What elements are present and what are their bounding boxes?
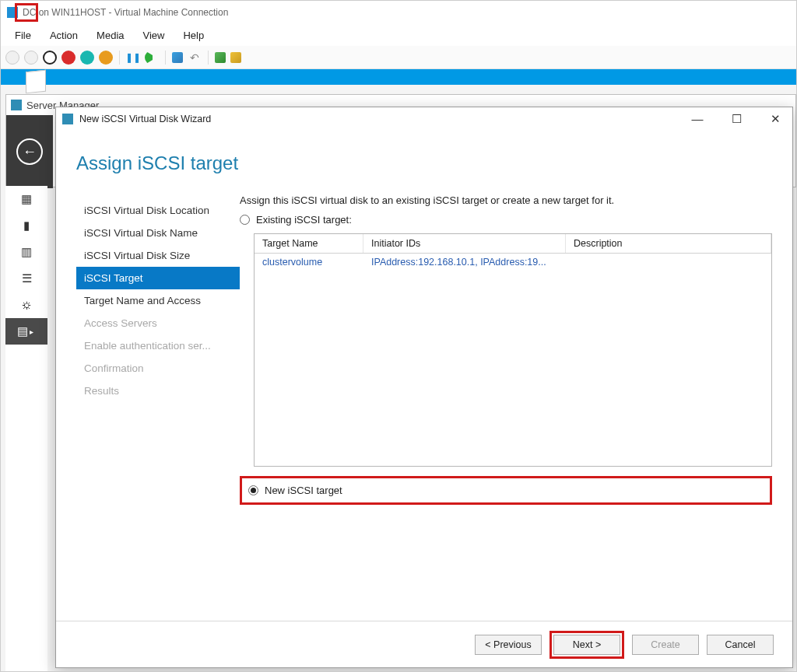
step-results: Results (76, 380, 240, 402)
existing-target-radio[interactable] (240, 215, 250, 225)
vm-title-text: DC on WIN11HOST - Virtual Machine Connec… (23, 7, 228, 18)
nav-all-servers-icon[interactable]: ▥ (5, 239, 47, 265)
next-button[interactable]: Next > (553, 635, 620, 655)
wizard-icon (62, 114, 73, 124)
shutdown-icon[interactable] (99, 51, 113, 65)
wizard-footer: < Previous Next > Create Cancel (56, 621, 792, 667)
step-target-name[interactable]: Target Name and Access (76, 289, 240, 312)
menu-help[interactable]: Help (175, 26, 212, 44)
menu-view[interactable]: View (135, 26, 173, 44)
cell-initiator-ids: IPAddress:192.168.10.1, IPAddress:19... (363, 254, 566, 271)
existing-target-radio-row[interactable]: Existing iSCSI target: (240, 214, 772, 226)
stop-icon[interactable] (43, 51, 57, 65)
existing-target-label: Existing iSCSI target: (256, 214, 352, 226)
cell-target-name: clustervolume (255, 254, 363, 271)
create-button: Create (632, 635, 699, 655)
table-row[interactable]: clustervolume IPAddress:192.168.10.1, IP… (255, 254, 771, 271)
wizard-heading: Assign iSCSI target (56, 131, 792, 194)
menu-file[interactable]: File (7, 26, 39, 44)
col-description[interactable]: Description (566, 234, 771, 253)
turnoff-icon[interactable] (61, 51, 75, 65)
step-access-servers: Access Servers (76, 312, 240, 334)
vm-titlebar: DC on WIN11HOST - Virtual Machine Connec… (1, 1, 796, 24)
existing-targets-grid[interactable]: Target Name Initiator IDs Description cl… (254, 233, 772, 467)
col-initiator-ids[interactable]: Initiator IDs (363, 234, 566, 253)
guest-document-icon (26, 70, 46, 94)
step-target[interactable]: iSCSI Target (76, 267, 240, 289)
wizard-intro-text: Assign this iSCSI virtual disk to an exi… (240, 194, 772, 206)
guest-desktop-bluebar (1, 69, 796, 85)
nav-local-server-icon[interactable]: ▮ (5, 212, 47, 239)
minimize-button[interactable]: — (686, 112, 708, 126)
ctrl-alt-del-icon[interactable] (5, 51, 19, 65)
wizard-title-text: New iSCSI Virtual Disk Wizard (79, 114, 211, 124)
new-target-radio[interactable] (248, 485, 258, 495)
pause-icon[interactable]: ❚❚ (126, 51, 140, 65)
col-target-name[interactable]: Target Name (255, 234, 363, 253)
server-manager-back[interactable]: ← (6, 115, 53, 188)
menu-action[interactable]: Action (42, 26, 86, 44)
reset-icon[interactable] (145, 51, 159, 65)
nav-iscsi-icon[interactable]: ▤▸ (5, 318, 47, 345)
toolbar-separator (165, 51, 166, 65)
new-target-radio-row[interactable]: New iSCSI target (240, 476, 772, 505)
iscsi-wizard-dialog: New iSCSI Virtual Disk Wizard — ☐ ✕ Assi… (55, 107, 793, 668)
toolbar-separator (119, 51, 120, 65)
grid-header: Target Name Initiator IDs Description (255, 234, 771, 254)
step-location[interactable]: iSCSI Virtual Disk Location (76, 199, 240, 222)
step-size[interactable]: iSCSI Virtual Disk Size (76, 244, 240, 267)
previous-button[interactable]: < Previous (475, 635, 542, 655)
cancel-button[interactable]: Cancel (707, 635, 774, 655)
nav-role-icon[interactable]: ⛭ (5, 292, 47, 318)
back-arrow-icon: ← (16, 138, 43, 165)
wizard-main-panel: Assign this iSCSI virtual disk to an exi… (240, 194, 772, 621)
checkpoint-icon[interactable] (172, 52, 183, 63)
cell-description (566, 254, 771, 271)
step-auth: Enable authentication ser... (76, 334, 240, 357)
vm-icon (7, 7, 18, 18)
nav-dashboard-icon[interactable]: ▦ (5, 186, 47, 212)
step-confirmation: Confirmation (76, 357, 240, 380)
new-target-label: New iSCSI target (265, 485, 342, 496)
close-button[interactable]: ✕ (764, 112, 786, 126)
start-icon[interactable] (24, 51, 38, 65)
step-name[interactable]: iSCSI Virtual Disk Name (76, 222, 240, 244)
enhanced-session-icon[interactable] (215, 52, 226, 63)
toolbar-separator (208, 51, 209, 65)
vm-menubar: File Action Media View Help (1, 24, 796, 46)
revert-icon[interactable]: ↶ (188, 51, 202, 65)
maximize-button[interactable]: ☐ (725, 112, 747, 126)
save-icon[interactable] (80, 51, 94, 65)
wizard-titlebar[interactable]: New iSCSI Virtual Disk Wizard — ☐ ✕ (56, 107, 792, 131)
server-manager-icon (11, 100, 22, 110)
vm-toolbar: ❚❚ ↶ (1, 46, 796, 69)
wizard-step-list: iSCSI Virtual Disk Location iSCSI Virtua… (76, 194, 240, 621)
share-icon[interactable] (230, 52, 241, 63)
server-manager-nav-strip: ▦ ▮ ▥ ☰ ⛭ ▤▸ (5, 186, 47, 671)
nav-file-services-icon[interactable]: ☰ (5, 265, 47, 292)
annotation-highlight-next: Next > (549, 631, 624, 659)
menu-media[interactable]: Media (89, 26, 132, 44)
vm-guest-content: Server Manager ← ▦ ▮ ▥ ☰ ⛭ ▤▸ New iSCSI … (1, 69, 796, 671)
